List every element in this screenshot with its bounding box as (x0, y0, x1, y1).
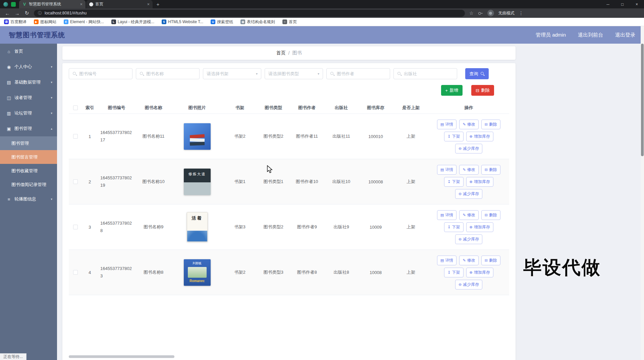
bookmark-item[interactable]: ▶图标网站 (34, 19, 56, 25)
delete-button[interactable]: ⊟ 删除 (471, 85, 494, 96)
detail-button[interactable]: ▤详情 (437, 165, 457, 175)
bookmark-item[interactable]: U搜索壁纸 (211, 19, 233, 25)
edit-button[interactable]: ✎修改 (459, 210, 478, 220)
select-all-checkbox[interactable] (73, 105, 78, 110)
publisher-input[interactable] (393, 68, 457, 79)
browser-logo-icon[interactable] (3, 2, 8, 7)
logout-link[interactable]: 退出登录 (615, 32, 635, 38)
row-checkbox[interactable] (73, 179, 78, 184)
edit-button[interactable]: ✎修改 (459, 256, 478, 265)
row-checkbox[interactable] (73, 134, 78, 139)
cell-on-shelf-status: 上架 (392, 224, 429, 230)
new-tab-button[interactable]: + (153, 1, 163, 7)
row-checkbox[interactable] (73, 225, 78, 229)
sidebar-item-forum[interactable]: ▥ 论坛管理 ▾ (0, 105, 57, 121)
edit-button[interactable]: ✎修改 (459, 165, 478, 175)
password-key-icon[interactable] (478, 11, 483, 15)
exit-to-front-link[interactable]: 退出到前台 (578, 32, 603, 38)
add-button[interactable]: + 新增 (441, 85, 463, 96)
book-cover-image[interactable]: 修炼大道 (184, 169, 211, 195)
detail-button[interactable]: ▤详情 (437, 120, 457, 129)
book-name-input[interactable] (136, 68, 200, 79)
delete-row-button[interactable]: ⊟删除 (481, 165, 500, 175)
book-code-field[interactable] (79, 71, 129, 76)
maximize-button[interactable]: □ (615, 0, 630, 8)
search-icon (480, 72, 485, 76)
delete-row-button[interactable]: ⊟删除 (481, 256, 500, 265)
vertical-scrollbar[interactable] (641, 26, 644, 360)
bookmark-star-icon[interactable]: ☆ (469, 10, 474, 16)
cell-author: 图书作者11 (290, 133, 324, 139)
minus-circle-icon: ⊖ (459, 282, 462, 287)
off-shelf-button[interactable]: ↧下架 (444, 222, 463, 232)
reduce-stock-button[interactable]: ⊖减少库存 (455, 280, 482, 289)
scrollbar-thumb[interactable] (69, 355, 174, 358)
sidebar-item-home[interactable]: ⌂ 首页 (0, 44, 57, 59)
detail-button[interactable]: ▤详情 (437, 210, 457, 220)
off-shelf-button[interactable]: ↧下架 (444, 132, 463, 141)
close-tab-icon[interactable]: × (147, 2, 150, 7)
bookmark-favicon: U (211, 19, 215, 24)
bookmark-item[interactable]: 译百度翻译 (4, 19, 26, 25)
search-button[interactable]: 查询 (465, 68, 489, 79)
sidebar-subitem-book-favorites[interactable]: 图书收藏管理 (0, 164, 57, 178)
edit-button[interactable]: ✎修改 (459, 120, 478, 129)
row-checkbox[interactable] (73, 270, 78, 275)
add-stock-button[interactable]: ⊕增加库存 (466, 268, 493, 277)
book-cover-image[interactable] (184, 123, 211, 150)
bookmark-item[interactable]: EElement - 网站快... (64, 19, 104, 25)
scrollbar-thumb[interactable] (641, 44, 644, 156)
table-row: 1 164553773780217 图书名称11 书架2 图书类型2 (69, 114, 509, 159)
book-cover-image[interactable]: 活着 (187, 212, 208, 242)
book-type-select[interactable]: 请选择图书类型 ▾ (265, 68, 323, 79)
sidebar-item-book-management[interactable]: ▣ 图书管理 ▴ (0, 121, 57, 136)
shelf-select[interactable]: 请选择书架 ▾ (203, 68, 261, 79)
horizontal-scrollbar[interactable] (69, 355, 509, 358)
close-tab-icon[interactable]: × (80, 2, 83, 7)
close-window-button[interactable]: × (630, 0, 644, 8)
sidebar-item-carousel[interactable]: ≡ 轮播图信息 ▾ (0, 191, 57, 207)
extension-icon[interactable] (11, 2, 16, 7)
delete-row-button[interactable]: ⊟删除 (481, 210, 500, 220)
sidebar-item-base-data[interactable]: ▤ 基础数据管理 ▾ (0, 75, 57, 90)
browser-menu-icon[interactable]: ⋮ (519, 10, 524, 16)
sidebar-subitem-book-management[interactable]: 图书管理 (0, 136, 57, 150)
bookmark-item[interactable]: ○首页 (282, 19, 297, 25)
detail-button[interactable]: ▤详情 (437, 256, 457, 265)
reduce-stock-button[interactable]: ⊖减少库存 (455, 189, 482, 199)
sidebar-subitem-book-comments[interactable]: 图书留言管理 (0, 150, 57, 164)
book-name-field[interactable] (146, 71, 196, 76)
books-table: 索引 图书编号 图书名称 图书照片 书架 图书类型 图书作者 出版社 图书库存 … (69, 102, 509, 295)
author-input[interactable] (326, 68, 390, 79)
publisher-field[interactable] (404, 71, 453, 76)
info-icon[interactable]: ⓘ (38, 10, 42, 16)
breadcrumb-home[interactable]: 首页 (276, 50, 286, 56)
tab-home[interactable]: 首页 × (86, 0, 153, 8)
off-shelf-button[interactable]: ↧下架 (444, 177, 463, 187)
forward-icon[interactable]: → (14, 10, 20, 16)
book-code-input[interactable] (69, 68, 132, 79)
admin-user-label[interactable]: 管理员 admin (536, 32, 566, 38)
author-field[interactable] (337, 71, 386, 76)
book-cover-image[interactable]: 列那狐 Romanec (184, 259, 211, 286)
reload-icon[interactable]: ↻ (24, 10, 30, 16)
add-stock-button[interactable]: ⊕增加库存 (466, 222, 493, 232)
url-field[interactable]: ⓘ localhost:8081/#/tushu (34, 10, 465, 17)
bookmark-item[interactable]: 5HTML5 Website T... (162, 19, 203, 24)
reduce-stock-button[interactable]: ⊖减少库存 (455, 144, 482, 153)
delete-row-button[interactable]: ⊟删除 (481, 120, 500, 129)
reduce-stock-button[interactable]: ⊖减少库存 (455, 234, 482, 244)
bookmark-item[interactable]: ▦表结构命名规则 (240, 19, 275, 25)
profile-avatar[interactable] (487, 10, 494, 16)
sidebar-item-readers[interactable]: ◫ 读者管理 ▾ (0, 90, 57, 105)
sidebar-subitem-borrow-records[interactable]: 图书借阅记录管理 (0, 178, 57, 191)
minimize-button[interactable]: ─ (601, 0, 615, 8)
off-shelf-button[interactable]: ↧下架 (444, 268, 463, 277)
back-icon[interactable]: ← (5, 10, 10, 16)
sidebar-item-personal-center[interactable]: ◉ 个人中心 ▾ (0, 59, 57, 75)
bookmark-item[interactable]: LLayui - 经典开源模... (111, 19, 154, 25)
tab-library-system[interactable]: V 智慧图书管理系统 × (19, 0, 86, 8)
add-stock-button[interactable]: ⊕增加库存 (466, 132, 493, 141)
add-stock-button[interactable]: ⊕增加库存 (466, 177, 493, 187)
bookmark-favicon: ○ (282, 19, 287, 24)
